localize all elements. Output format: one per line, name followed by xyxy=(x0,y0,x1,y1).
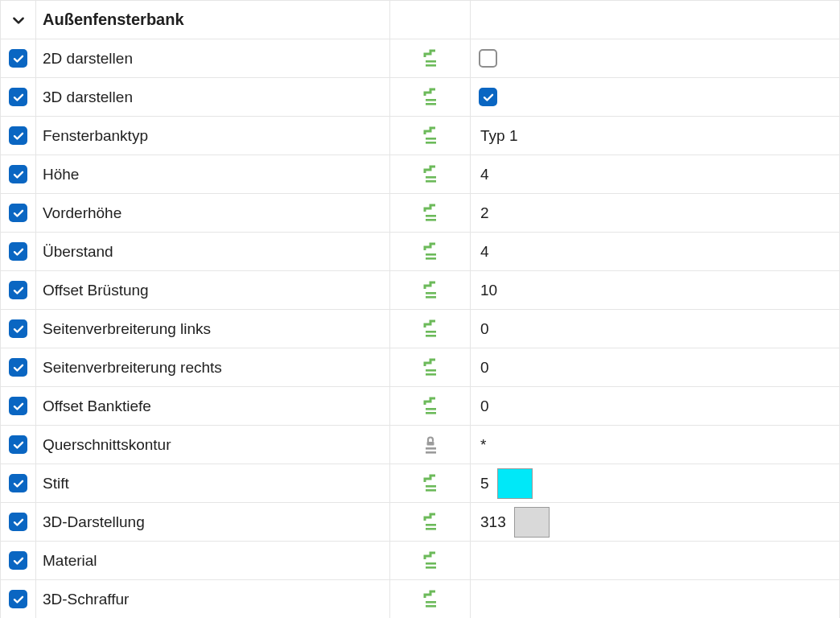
svg-rect-9 xyxy=(426,219,436,221)
svg-rect-8 xyxy=(426,215,436,217)
svg-rect-29 xyxy=(426,601,436,604)
link-icon[interactable] xyxy=(421,319,440,339)
svg-rect-28 xyxy=(426,566,436,569)
row-enable-checkbox[interactable] xyxy=(9,435,27,454)
link-icon[interactable] xyxy=(421,49,440,68)
svg-rect-22 xyxy=(426,451,436,454)
svg-rect-1 xyxy=(426,64,436,67)
row-enable-checkbox[interactable] xyxy=(9,319,27,338)
link-icon[interactable] xyxy=(421,242,440,262)
svg-rect-17 xyxy=(426,373,436,376)
property-label: Offset Banktiefe xyxy=(43,398,151,415)
value-text: * xyxy=(479,436,486,454)
value-text: 4 xyxy=(479,166,489,183)
section-title: Außenfensterbank xyxy=(43,10,184,29)
row-enable-checkbox[interactable] xyxy=(9,204,27,222)
property-value-cell[interactable]: 10 xyxy=(471,271,840,310)
row-enable-checkbox[interactable] xyxy=(9,49,27,68)
row-enable-checkbox[interactable] xyxy=(9,165,27,183)
property-label: Vorderhöhe xyxy=(43,204,121,222)
link-icon[interactable] xyxy=(421,397,440,416)
value-text: 313 xyxy=(479,513,506,531)
value-text: 4 xyxy=(479,243,489,261)
link-icon[interactable] xyxy=(421,88,440,107)
link-icon[interactable] xyxy=(421,281,440,300)
link-icon[interactable] xyxy=(421,551,440,571)
property-value-cell[interactable]: 2 xyxy=(471,194,840,233)
row-enable-checkbox[interactable] xyxy=(9,242,27,261)
property-value-cell[interactable]: 313 xyxy=(471,503,840,542)
row-enable-checkbox[interactable] xyxy=(9,474,27,492)
link-icon[interactable] xyxy=(421,165,440,184)
svg-rect-5 xyxy=(426,142,436,144)
property-value-cell[interactable] xyxy=(471,580,840,618)
svg-rect-14 xyxy=(426,331,436,333)
link-icon[interactable] xyxy=(421,204,440,223)
value-text: 2 xyxy=(479,204,489,222)
svg-rect-7 xyxy=(426,180,436,183)
svg-rect-25 xyxy=(426,524,436,526)
property-value-cell[interactable]: * xyxy=(471,426,840,464)
svg-rect-11 xyxy=(426,258,436,260)
row-enable-checkbox[interactable] xyxy=(9,513,27,531)
value-checkbox[interactable] xyxy=(479,88,497,106)
property-label: 3D darstellen xyxy=(43,89,133,106)
value-text: Typ 1 xyxy=(479,127,517,145)
value-text: 10 xyxy=(479,282,497,299)
link-icon[interactable] xyxy=(421,126,440,146)
row-enable-checkbox[interactable] xyxy=(9,281,27,299)
property-value-cell[interactable]: 0 xyxy=(471,387,840,426)
property-label: Material xyxy=(43,552,97,570)
property-label: Seitenverbreiterung links xyxy=(43,320,211,338)
property-label: 3D-Darstellung xyxy=(43,513,145,531)
property-value-cell[interactable]: 0 xyxy=(471,310,840,348)
property-label: Überstand xyxy=(43,243,113,261)
svg-rect-16 xyxy=(426,369,436,372)
svg-rect-20 xyxy=(426,442,434,446)
property-label: 2D darstellen xyxy=(43,50,133,68)
svg-rect-30 xyxy=(426,605,436,608)
svg-rect-10 xyxy=(426,253,436,256)
svg-rect-23 xyxy=(426,485,436,488)
link-icon[interactable] xyxy=(421,590,440,609)
property-value-cell[interactable]: 4 xyxy=(471,233,840,271)
link-icon[interactable] xyxy=(421,358,440,377)
link-icon[interactable] xyxy=(421,474,440,493)
property-value-cell[interactable]: 4 xyxy=(471,155,840,194)
property-value-cell[interactable] xyxy=(471,39,840,78)
property-label: Stift xyxy=(43,475,69,492)
row-enable-checkbox[interactable] xyxy=(9,551,27,570)
property-value-cell[interactable] xyxy=(471,542,840,580)
svg-rect-19 xyxy=(426,412,436,414)
color-swatch[interactable] xyxy=(497,468,533,499)
chevron-down-icon xyxy=(11,13,26,27)
svg-rect-2 xyxy=(426,99,436,101)
row-enable-checkbox[interactable] xyxy=(9,397,27,415)
svg-rect-24 xyxy=(426,489,436,492)
svg-rect-27 xyxy=(426,562,436,565)
svg-rect-12 xyxy=(426,292,436,295)
collapse-toggle[interactable] xyxy=(1,1,36,39)
color-swatch[interactable] xyxy=(514,507,550,538)
svg-rect-4 xyxy=(426,138,436,140)
svg-rect-15 xyxy=(426,335,436,337)
property-value-cell[interactable]: 0 xyxy=(471,348,840,387)
link-icon[interactable] xyxy=(421,513,440,532)
row-enable-checkbox[interactable] xyxy=(9,590,27,608)
value-text: 0 xyxy=(479,359,489,377)
property-value-cell[interactable]: Typ 1 xyxy=(471,117,840,155)
property-value-cell[interactable]: 5 xyxy=(471,464,840,503)
property-label: Fensterbanktyp xyxy=(43,127,148,145)
value-text: 0 xyxy=(479,398,489,415)
svg-rect-13 xyxy=(426,296,436,299)
property-label: Höhe xyxy=(43,166,79,183)
value-checkbox[interactable] xyxy=(479,49,497,68)
property-value-cell[interactable] xyxy=(471,78,840,117)
svg-rect-3 xyxy=(426,103,436,105)
row-enable-checkbox[interactable] xyxy=(9,358,27,377)
property-label: Seitenverbreiterung rechts xyxy=(43,359,222,377)
lock-icon[interactable] xyxy=(421,435,440,455)
value-text: 0 xyxy=(479,320,489,338)
row-enable-checkbox[interactable] xyxy=(9,126,27,145)
row-enable-checkbox[interactable] xyxy=(9,88,27,106)
